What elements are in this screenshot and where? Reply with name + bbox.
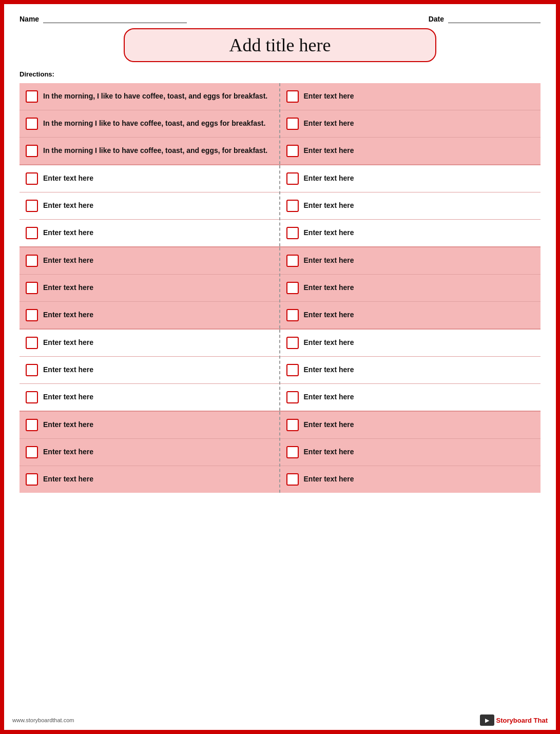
title-box: Add title here [124, 28, 436, 62]
checkbox[interactable] [286, 172, 299, 185]
item-text: Enter text here [304, 119, 354, 129]
checkbox[interactable] [26, 145, 38, 157]
list-item: Enter text here [280, 165, 541, 192]
list-item: Enter text here [280, 110, 541, 138]
checkbox[interactable] [26, 419, 38, 431]
item-text: Enter text here [304, 310, 354, 320]
list-item: Enter text here [280, 330, 541, 357]
list-item: Enter text here [280, 439, 541, 466]
item-text: Enter text here [43, 283, 93, 293]
item-text: Enter text here [43, 392, 93, 402]
item-text: Enter text here [43, 310, 93, 320]
checkbox[interactable] [286, 118, 299, 130]
name-field: Name [20, 14, 187, 23]
group-section-2: Enter text hereEnter text hereEnter text… [20, 247, 540, 330]
checkbox[interactable] [286, 391, 299, 403]
group-section-0: In the morning, I like to have coffee, t… [20, 83, 540, 165]
list-item: Enter text here [20, 165, 279, 192]
checkbox[interactable] [286, 145, 299, 157]
item-text: Enter text here [43, 474, 93, 485]
checkbox[interactable] [286, 337, 299, 349]
checkbox[interactable] [286, 227, 299, 239]
checkbox[interactable] [26, 282, 38, 294]
list-item: Enter text here [280, 220, 541, 246]
checkbox[interactable] [286, 90, 299, 103]
list-item: Enter text here [280, 138, 541, 164]
logo-text: Storyboard That [496, 717, 548, 724]
list-item: Enter text here [280, 83, 541, 110]
checkbox[interactable] [286, 309, 299, 321]
group-1-right: Enter text hereEnter text hereEnter text… [280, 165, 541, 246]
list-item: Enter text here [280, 466, 541, 493]
list-item: Enter text here [280, 192, 541, 220]
checkbox[interactable] [26, 473, 38, 486]
list-item: Enter text here [280, 412, 541, 439]
group-section-4: Enter text hereEnter text hereEnter text… [20, 412, 540, 493]
date-label: Date [429, 15, 444, 23]
group-0-left: In the morning, I like to have coffee, t… [20, 83, 280, 164]
item-text: Enter text here [304, 283, 354, 293]
item-text: Enter text here [43, 173, 93, 184]
list-item: Enter text here [20, 412, 279, 439]
footer-url: www.storyboardthat.com [12, 717, 74, 723]
checkbox[interactable] [286, 446, 299, 458]
group-3-left: Enter text hereEnter text hereEnter text… [20, 330, 280, 411]
group-3-right: Enter text hereEnter text hereEnter text… [280, 330, 541, 411]
item-text: Enter text here [43, 420, 93, 430]
footer-logo: ▶ Storyboard That [480, 714, 548, 726]
list-item: Enter text here [280, 247, 541, 275]
item-text: Enter text here [43, 201, 93, 211]
group-section-3: Enter text hereEnter text hereEnter text… [20, 330, 540, 412]
page-title: Add title here [229, 35, 331, 55]
checkbox[interactable] [26, 227, 38, 239]
list-item: Enter text here [20, 439, 279, 466]
group-2-right: Enter text hereEnter text hereEnter text… [280, 247, 541, 329]
item-text: Enter text here [304, 447, 354, 457]
list-item: Enter text here [20, 330, 279, 357]
group-4-left: Enter text hereEnter text hereEnter text… [20, 412, 280, 493]
date-field: Date [429, 14, 540, 23]
checkbox[interactable] [26, 309, 38, 321]
list-item: Enter text here [20, 302, 279, 329]
checkbox[interactable] [26, 255, 38, 267]
item-text: Enter text here [43, 228, 93, 238]
checkbox[interactable] [26, 90, 38, 103]
item-text: Enter text here [304, 365, 354, 375]
checkbox[interactable] [26, 391, 38, 403]
list-item: Enter text here [20, 220, 279, 246]
item-text: Enter text here [304, 146, 354, 156]
list-item: Enter text here [20, 275, 279, 302]
checkbox[interactable] [26, 364, 38, 376]
item-text: Enter text here [304, 474, 354, 485]
group-section-1: Enter text hereEnter text hereEnter text… [20, 165, 540, 247]
checkbox[interactable] [286, 473, 299, 486]
checkbox[interactable] [286, 255, 299, 267]
list-item: Enter text here [280, 384, 541, 411]
checkbox[interactable] [26, 118, 38, 130]
footer: www.storyboardthat.com ▶ Storyboard That [12, 714, 548, 726]
checkbox[interactable] [286, 419, 299, 431]
item-text: In the morning I like to have coffee, to… [43, 119, 265, 129]
name-label: Name [20, 15, 39, 23]
page: Name Date Add title here Directions: In … [0, 0, 560, 734]
item-text: Enter text here [43, 338, 93, 348]
item-text: Enter text here [304, 228, 354, 238]
list-item: Enter text here [280, 275, 541, 302]
checkbox[interactable] [286, 200, 299, 212]
checkbox[interactable] [26, 337, 38, 349]
item-text: Enter text here [304, 420, 354, 430]
group-4-right: Enter text hereEnter text hereEnter text… [280, 412, 541, 493]
item-text: Enter text here [304, 173, 354, 184]
list-item: Enter text here [20, 466, 279, 493]
checkbox[interactable] [26, 446, 38, 458]
checkbox[interactable] [26, 172, 38, 185]
checkbox[interactable] [286, 364, 299, 376]
item-text: Enter text here [304, 256, 354, 266]
group-2-left: Enter text hereEnter text hereEnter text… [20, 247, 280, 329]
item-text: Enter text here [304, 201, 354, 211]
item-text: Enter text here [304, 91, 354, 102]
list-item: In the morning I like to have coffee, to… [20, 110, 279, 138]
checkbox[interactable] [26, 200, 38, 212]
list-item: Enter text here [20, 357, 279, 384]
checkbox[interactable] [286, 282, 299, 294]
